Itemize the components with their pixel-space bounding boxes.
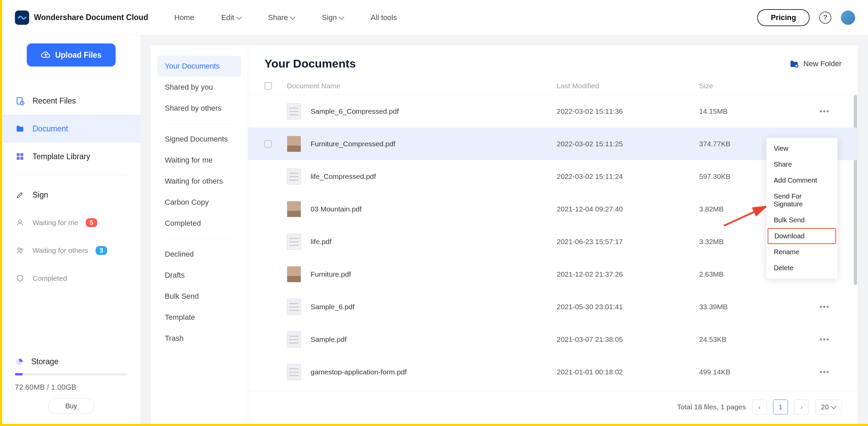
table-row[interactable]: marketing-agreement.pdf2021-01-01 00:17:…	[248, 388, 858, 391]
sidebar-item-document[interactable]: Document	[2, 115, 140, 143]
table-row[interactable]: Sample_6_Compressed.pdf2022-03-02 15:11:…	[248, 95, 858, 128]
sidebar-item-waiting-me[interactable]: Waiting for me 5	[2, 209, 140, 237]
col-size-header[interactable]: Size	[699, 82, 713, 90]
storage-progress	[15, 373, 127, 375]
nav-home[interactable]: Home	[174, 13, 194, 22]
folder-plus-icon	[789, 59, 799, 69]
recent-files-icon	[15, 96, 25, 106]
file-name: gamestop-application-form.pdf	[311, 368, 407, 376]
sidebar-item-waiting-others[interactable]: Waiting for others 3	[2, 237, 140, 264]
avatar[interactable]	[841, 11, 855, 25]
ctx-view[interactable]: View	[766, 141, 837, 156]
main-area: Your Documents Shared by you Shared by o…	[140, 35, 868, 424]
storage-text: 72.60MB / 1.00GB	[15, 383, 127, 392]
subnav-your-documents[interactable]: Your Documents	[157, 56, 241, 77]
page-prev-button[interactable]: ‹	[752, 400, 767, 414]
subnav-template[interactable]: Template	[157, 307, 241, 328]
ctx-delete[interactable]: Delete	[766, 260, 837, 276]
file-thumbnail-icon	[287, 136, 301, 152]
subnav-declined[interactable]: Declined	[157, 244, 241, 265]
cloud-upload-icon	[41, 50, 51, 60]
col-modified-header[interactable]: Last Modified	[557, 82, 599, 90]
person-icon	[15, 218, 25, 228]
file-name: Furniture_Compressed.pdf	[311, 140, 395, 148]
top-nav: Home Edit Share Sign All tools	[174, 13, 397, 22]
file-size: 24.53KB	[699, 335, 818, 344]
file-thumbnail-icon	[287, 168, 301, 185]
svg-point-7	[18, 248, 20, 251]
badge-waiting-others: 3	[96, 246, 107, 255]
pen-icon	[15, 190, 25, 200]
folder-icon	[15, 124, 25, 134]
sidebar-item-template[interactable]: Template Library	[2, 143, 140, 170]
ctx-rename[interactable]: Rename	[766, 244, 837, 260]
file-name: life_Compressed.pdf	[311, 172, 376, 181]
file-modified: 2022-03-02 15:11:24	[557, 172, 699, 181]
subnav-drafts[interactable]: Drafts	[157, 265, 241, 286]
sidebar-item-sign[interactable]: Sign	[2, 181, 140, 209]
nav-edit[interactable]: Edit	[221, 13, 241, 22]
ctx-sendsig[interactable]: Send For Signature	[766, 188, 837, 212]
file-size: 14.15MB	[699, 107, 818, 115]
file-thumbnail-icon	[287, 103, 301, 119]
total-text: Total 18 files, 1 pages	[677, 403, 746, 411]
more-actions-button[interactable]	[818, 306, 829, 308]
upload-files-button[interactable]: Upload Files	[27, 43, 116, 67]
file-size: 33.39MB	[699, 303, 818, 311]
col-name-header[interactable]: Document Name	[287, 82, 340, 90]
new-folder-button[interactable]: New Folder	[789, 59, 842, 69]
pie-icon	[15, 357, 24, 366]
file-name: Sample_6_Compressed.pdf	[311, 107, 399, 115]
svg-rect-3	[20, 153, 23, 156]
ctx-download[interactable]: Download	[768, 228, 836, 244]
left-sidebar: Upload Files Recent Files Document Templ…	[2, 35, 140, 424]
subnav-shared-by-others[interactable]: Shared by others	[157, 98, 241, 119]
subnav-trash[interactable]: Trash	[157, 328, 241, 349]
ctx-comment[interactable]: Add Comment	[766, 172, 837, 188]
file-size: 499.14KB	[699, 368, 818, 376]
nav-sign[interactable]: Sign	[322, 13, 343, 22]
subnav-bulk[interactable]: Bulk Send	[157, 286, 241, 307]
svg-rect-2	[17, 153, 20, 156]
table-row[interactable]: gamestop-application-form.pdf2021-01-01 …	[248, 356, 858, 388]
file-thumbnail-icon	[287, 364, 301, 380]
file-modified: 2022-03-02 15:11:36	[557, 107, 699, 115]
chevron-down-icon	[236, 14, 242, 20]
page-size-select[interactable]: 20	[815, 400, 842, 414]
svg-point-8	[21, 249, 23, 251]
template-icon	[15, 151, 25, 162]
ctx-share[interactable]: Share	[766, 156, 837, 172]
top-header: Wondershare Document Cloud Home Edit Sha…	[2, 0, 868, 35]
nav-alltools[interactable]: All tools	[371, 13, 397, 22]
subnav-signed[interactable]: Signed Documents	[157, 129, 241, 150]
buy-button[interactable]: Buy	[48, 399, 94, 414]
logo-area: Wondershare Document Cloud	[15, 11, 151, 25]
file-modified: 2021-12-04 09:27:40	[557, 205, 699, 213]
pricing-button[interactable]: Pricing	[757, 9, 810, 26]
subnav-shared-by-you[interactable]: Shared by you	[157, 77, 241, 98]
page-next-button[interactable]: ›	[794, 400, 809, 414]
chevron-down-icon	[290, 14, 296, 20]
subnav-waiting-me[interactable]: Waiting for me	[157, 150, 241, 171]
select-all-checkbox[interactable]	[264, 82, 272, 90]
file-modified: 2021-05-30 23:01:41	[557, 303, 699, 311]
more-actions-button[interactable]	[818, 338, 829, 340]
table-row[interactable]: Sample.pdf2021-03-07 21:38:0524.53KB	[248, 323, 858, 356]
subnav-completed[interactable]: Completed	[157, 213, 241, 234]
content: Your Documents New Folder Document Name …	[248, 45, 858, 424]
subnav-waiting-others[interactable]: Waiting for others	[157, 171, 241, 192]
more-actions-button[interactable]	[818, 371, 829, 373]
sidebar-item-recent[interactable]: Recent Files	[2, 87, 140, 115]
context-menu: View Share Add Comment Send For Signatur…	[766, 138, 837, 279]
page-current[interactable]: 1	[773, 400, 788, 414]
help-icon[interactable]: ?	[819, 12, 831, 24]
nav-share[interactable]: Share	[268, 13, 295, 22]
table-row[interactable]: Sample_6.pdf2021-05-30 23:01:4133.39MB	[248, 291, 858, 323]
subnav-carbon[interactable]: Carbon Copy	[157, 192, 241, 213]
more-actions-button[interactable]	[818, 110, 829, 112]
ctx-bulk[interactable]: Bulk Send	[766, 212, 837, 228]
file-name: Sample_6.pdf	[311, 303, 355, 311]
row-checkbox[interactable]	[264, 140, 272, 148]
sidebar-item-completed[interactable]: Completed	[2, 264, 140, 292]
shield-check-icon	[15, 273, 25, 283]
